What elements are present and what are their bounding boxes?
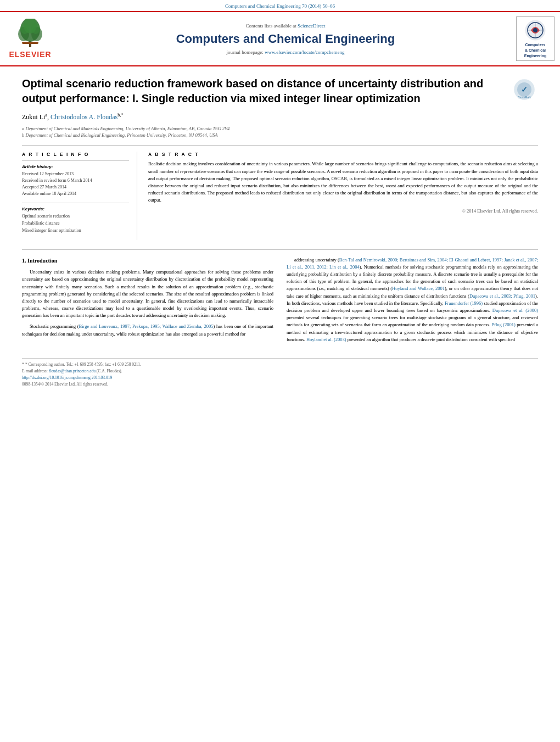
journal-citation: Computers and Chemical Engineering 70 (2… bbox=[225, 3, 335, 9]
keyword-1: Optimal scenario reduction bbox=[22, 213, 129, 220]
ref-dupacova[interactable]: Dupacova et al., 2003; Pflug, 2001 bbox=[469, 293, 535, 299]
keywords-label: Keywords: bbox=[22, 207, 129, 211]
journal-homepage: journal homepage: www.elsevier.com/locat… bbox=[60, 49, 511, 55]
sciencedirect-link[interactable]: ScienceDirect bbox=[298, 23, 325, 29]
keyword-2: Probabilistic distance bbox=[22, 220, 129, 227]
copyright-notice: © 2014 Elsevier Ltd. All rights reserved… bbox=[148, 208, 538, 214]
affiliation-a: a Department of Chemical and Materials E… bbox=[22, 126, 538, 131]
article-info-panel: A R T I C L E I N F O Article history: R… bbox=[22, 152, 137, 239]
right-body-column: addressing uncertainty (Ben-Tal and Nemi… bbox=[287, 256, 538, 347]
right-logo-text: Computers & Chemical Engineering bbox=[519, 42, 552, 58]
footer-issn: 0098-1354/© 2014 Elsevier Ltd. All right… bbox=[22, 382, 538, 387]
journal-header: ELSEVIER Contents lists available at Sci… bbox=[0, 11, 560, 66]
received-date: Received 12 September 2013 bbox=[22, 171, 129, 177]
ref-dupacova2000[interactable]: Dupacova et al. (2000) bbox=[492, 308, 538, 313]
abstract-paragraph: Realistic decision making involves consi… bbox=[148, 160, 538, 204]
elsevier-logo: ELSEVIER bbox=[5, 19, 55, 59]
svg-point-6 bbox=[31, 23, 40, 34]
ref-birge[interactable]: Birge and Louveaux, 1997; Prekopa, 1995;… bbox=[79, 323, 214, 329]
homepage-link[interactable]: www.elsevier.com/locate/compchemeng bbox=[265, 49, 344, 55]
author-b-sup: b,* bbox=[117, 113, 123, 118]
affiliations: a Department of Chemical and Materials E… bbox=[22, 126, 538, 138]
keyword-3: Mixed integer linear optimization bbox=[22, 227, 129, 235]
article-title-section: Optimal scenario reduction framework bas… bbox=[22, 76, 538, 106]
online-date: Available online 18 April 2014 bbox=[22, 191, 129, 197]
body-divider bbox=[22, 249, 538, 250]
ref-frauendorfer[interactable]: Frauendorfer (1996) bbox=[445, 300, 483, 306]
intro-heading: 1. Introduction bbox=[22, 256, 273, 265]
svg-text:✓: ✓ bbox=[521, 85, 528, 94]
journal-center-info: Contents lists available at ScienceDirec… bbox=[60, 23, 511, 55]
journal-icon bbox=[524, 19, 546, 41]
crossmark-badge: ✓ CrossMark bbox=[511, 76, 538, 106]
author-b-link[interactable]: Christodoulos A. Floudas bbox=[51, 113, 117, 121]
right-logo-box: Computers & Chemical Engineering bbox=[516, 16, 555, 61]
crossmark-icon: ✓ CrossMark bbox=[513, 79, 535, 101]
keywords-list: Optimal scenario reduction Probabilistic… bbox=[22, 213, 129, 234]
author-a-sup: a bbox=[45, 113, 47, 118]
intro-para2: Stochastic programming (Birge and Louvea… bbox=[22, 323, 273, 337]
body-columns: 1. Introduction Uncertainty exists in va… bbox=[22, 256, 538, 347]
abstract-body: Realistic decision making involves consi… bbox=[148, 160, 538, 204]
journal-title: Computers and Chemical Engineering bbox=[60, 32, 511, 46]
sciencedirect-note: Contents lists available at ScienceDirec… bbox=[60, 23, 511, 29]
abstract-section: A B S T R A C T Realistic decision makin… bbox=[148, 152, 538, 239]
author-a-name: Zukui Li bbox=[22, 113, 45, 121]
affiliation-b: b Department of Chemical and Biological … bbox=[22, 132, 538, 138]
article-history-block: Article history: Received 12 September 2… bbox=[22, 160, 129, 197]
article-info-title: A R T I C L E I N F O bbox=[22, 152, 129, 157]
keywords-block: Keywords: Optimal scenario reduction Pro… bbox=[22, 203, 129, 234]
revised-date: Received in revised form 6 March 2014 bbox=[22, 177, 129, 184]
svg-rect-7 bbox=[22, 42, 38, 44]
svg-text:CrossMark: CrossMark bbox=[518, 96, 531, 99]
history-label: Article history: bbox=[22, 164, 129, 169]
top-bar: Computers and Chemical Engineering 70 (2… bbox=[0, 0, 560, 11]
right-journal-logo: Computers & Chemical Engineering bbox=[516, 16, 555, 61]
right-para1: addressing uncertainty (Ben-Tal and Nemi… bbox=[287, 256, 538, 343]
article-title: Optimal scenario reduction framework bas… bbox=[22, 76, 500, 106]
accepted-date: Accepted 27 March 2014 bbox=[22, 184, 129, 191]
email-link[interactable]: floudas@titan.princeton.edu bbox=[49, 369, 96, 373]
ref-benTal[interactable]: Ben-Tal and Nemirovski, 2000; Bertsimas … bbox=[287, 257, 538, 270]
ref-pflug2001[interactable]: Pflug (2001) bbox=[491, 322, 515, 327]
svg-point-5 bbox=[20, 23, 29, 34]
elsevier-tree-icon bbox=[14, 19, 47, 49]
footer-doi-line: http://dx.doi.org/10.1016/j.compchemeng.… bbox=[22, 375, 538, 380]
left-body-column: 1. Introduction Uncertainty exists in va… bbox=[22, 256, 273, 347]
doi-link[interactable]: http://dx.doi.org/10.1016/j.compchemeng.… bbox=[22, 375, 112, 380]
intro-para1: Uncertainty exists in various decision m… bbox=[22, 269, 273, 319]
elsevier-brand-text: ELSEVIER bbox=[9, 50, 51, 59]
authors-line: Zukui Lia, Christodoulos A. Floudasb,* bbox=[22, 113, 538, 121]
footer-email: E-mail address: floudas@titan.princeton.… bbox=[22, 369, 538, 373]
abstract-title: A B S T R A C T bbox=[148, 152, 538, 157]
footnote-corresponding: * * Corresponding author. Tel.: +1 609 2… bbox=[22, 362, 538, 367]
info-abstract-row: A R T I C L E I N F O Article history: R… bbox=[22, 146, 538, 239]
ref-hoyland[interactable]: Hoyland and Wallace, 2001 bbox=[392, 286, 445, 291]
main-content: Optimal scenario reduction framework bas… bbox=[0, 66, 560, 352]
ref-hoyland2003[interactable]: Hoyland et al. (2003) bbox=[306, 337, 346, 342]
page-footer: * * Corresponding author. Tel.: +1 609 2… bbox=[22, 358, 538, 390]
